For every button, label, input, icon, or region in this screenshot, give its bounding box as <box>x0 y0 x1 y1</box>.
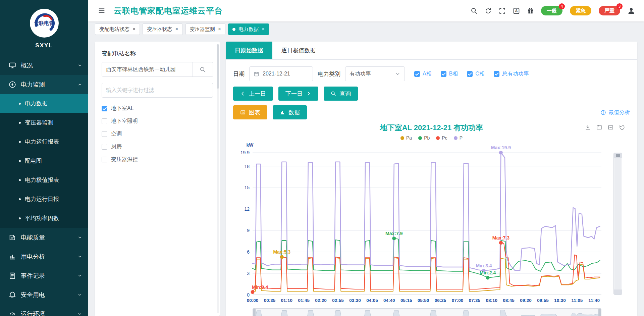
power-line-chart[interactable]: kW036912151819.900:0000:3501:1001:4502:2… <box>233 141 609 308</box>
checkbox[interactable] <box>494 71 499 77</box>
menu-toggle-icon[interactable] <box>98 7 106 14</box>
chart-legend: PaPbPcP <box>233 135 630 141</box>
vslider-handle-bottom[interactable] <box>614 289 622 295</box>
sidebar-subitem-power-extreme-report[interactable]: 电力极值报表 <box>0 170 88 190</box>
view-tab-label: 变压器监测 <box>190 26 215 33</box>
svg-text:15: 15 <box>244 185 250 190</box>
sidebar-item-environment[interactable]: 运行环境 <box>0 304 88 316</box>
svg-text:02:55: 02:55 <box>332 298 344 303</box>
station-name-input[interactable] <box>102 62 193 76</box>
checkbox[interactable] <box>102 106 107 111</box>
view-tab-3[interactable]: 电力数据× <box>228 23 269 35</box>
zoom-select-icon[interactable] <box>596 124 602 130</box>
monitor-icon <box>9 62 16 69</box>
data-panel-tab-0[interactable]: 日原始数据 <box>226 42 272 59</box>
checkbox[interactable] <box>102 144 107 150</box>
hslider-handle-right[interactable] <box>598 309 601 316</box>
tree-item[interactable]: 空调 <box>102 130 213 138</box>
data-panel-tab-1[interactable]: 逐日极值数据 <box>272 42 325 59</box>
legend-item-Pc[interactable]: Pc <box>436 135 447 141</box>
sidebar-subitem-distribution-diagram[interactable]: 配电图 <box>0 151 88 170</box>
view-mode-row: 图表 数据 最值分析 <box>233 105 630 119</box>
sidebar-subitem-transformer-monitor[interactable]: 变压器监测 <box>0 113 88 132</box>
sidebar-item-power-quality[interactable]: 电能质量 <box>0 228 88 247</box>
horizontal-zoom-slider[interactable] <box>253 308 601 316</box>
phase-checkbox[interactable]: 总有功功率 <box>494 70 529 77</box>
chart-view-button[interactable]: 图表 <box>233 105 267 119</box>
checkbox[interactable] <box>441 71 446 77</box>
alarm-label: 严重 <box>604 8 614 13</box>
sidebar-subitem-avg-power-factor[interactable]: 平均功率因数 <box>0 209 88 228</box>
next-day-button[interactable]: 下一日 <box>278 87 318 101</box>
query-button[interactable]: 查询 <box>324 87 358 101</box>
chevron-down-icon <box>77 312 82 316</box>
sidebar-subitem-power-daily-report[interactable]: 电力运行日报 <box>0 190 88 209</box>
vslider-thumb[interactable] <box>614 158 621 289</box>
legend-dot-icon <box>436 136 440 140</box>
user-icon[interactable] <box>627 7 635 15</box>
legend-item-Pa[interactable]: Pa <box>400 135 412 141</box>
tree-item-label: 厨房 <box>111 143 122 150</box>
close-icon[interactable]: × <box>132 27 136 32</box>
panel-scrollbar[interactable] <box>217 44 219 313</box>
bullet-icon <box>19 103 21 105</box>
legend-item-Pb[interactable]: Pb <box>418 135 430 141</box>
view-tab-1[interactable]: 变压器状态× <box>143 23 182 35</box>
sidebar-subitem-power-run-report[interactable]: 电力运行报表 <box>0 132 88 151</box>
refresh-icon[interactable] <box>485 7 492 14</box>
close-icon[interactable]: × <box>175 27 178 32</box>
station-search-group <box>102 62 213 77</box>
checkbox[interactable] <box>414 71 420 77</box>
sidebar-item-usage-analysis[interactable]: 用电分析 <box>0 247 88 266</box>
tree-filter-input[interactable] <box>102 83 213 98</box>
view-tab-2[interactable]: 变压器监测× <box>185 23 225 35</box>
gift-icon[interactable] <box>527 7 534 14</box>
sidebar-item-safe-power[interactable]: 安全用电 <box>0 285 88 304</box>
phase-checkbox[interactable]: C相 <box>467 70 485 77</box>
panel-scrollbar-thumb[interactable] <box>217 44 219 89</box>
prev-day-button[interactable]: 上一日 <box>233 87 273 101</box>
svg-text:11:05: 11:05 <box>571 298 583 303</box>
save-image-icon[interactable] <box>585 124 591 130</box>
power-category-select[interactable]: 有功功率 <box>345 66 405 81</box>
svg-text:06:25: 06:25 <box>435 298 446 303</box>
alarm-general-button[interactable]: 一般4 <box>541 6 562 15</box>
phase-checkbox[interactable]: B相 <box>441 70 458 77</box>
bullet-icon <box>19 198 21 200</box>
fullscreen-icon[interactable] <box>499 7 506 14</box>
alarm-urgent-button[interactable]: 紧急 <box>570 6 591 15</box>
tree-item[interactable]: 变压器温控 <box>102 156 213 163</box>
restore-icon[interactable] <box>619 124 625 130</box>
search-icon <box>200 66 206 73</box>
sidebar-item-power-monitor[interactable]: 电力监测 <box>0 75 88 94</box>
sidebar-item-event-log[interactable]: 事件记录 <box>0 266 88 285</box>
station-search-button[interactable] <box>193 62 213 76</box>
svg-text:Max:5.3: Max:5.3 <box>273 249 291 255</box>
tree-item[interactable]: 地下室照明 <box>102 118 213 125</box>
close-icon[interactable]: × <box>262 27 265 32</box>
active-dot-icon <box>232 28 235 31</box>
alarm-critical-button[interactable]: 严重3 <box>599 6 620 15</box>
search-icon[interactable] <box>471 7 478 14</box>
checkbox[interactable] <box>467 71 473 77</box>
vertical-zoom-slider[interactable] <box>613 153 622 295</box>
translate-icon[interactable]: A <box>513 7 520 14</box>
checkbox[interactable] <box>102 131 107 137</box>
view-tab-0[interactable]: 变配电站状态× <box>95 23 140 35</box>
date-picker[interactable]: 2021-12-21 <box>249 66 313 81</box>
hslider-handle-left[interactable] <box>253 309 256 316</box>
close-icon[interactable]: × <box>218 27 221 32</box>
zoom-revert-icon[interactable] <box>607 124 614 130</box>
tree-item[interactable]: 地下室AL <box>102 105 213 112</box>
data-view-button[interactable]: 数据 <box>273 105 307 119</box>
station-panel: 变配电站名称 地下室AL地下室照明空调厨房变压器温控 <box>95 42 220 316</box>
max-analysis-link[interactable]: 最值分析 <box>600 109 630 116</box>
phase-checkbox[interactable]: A相 <box>414 70 432 77</box>
sidebar-item-overview[interactable]: 概况 <box>0 56 88 75</box>
vslider-handle-top[interactable] <box>614 153 622 158</box>
legend-item-P[interactable]: P <box>454 135 463 141</box>
sidebar-subitem-power-data[interactable]: 电力数据 <box>0 94 88 113</box>
checkbox[interactable] <box>102 157 107 162</box>
checkbox[interactable] <box>102 118 107 124</box>
tree-item[interactable]: 厨房 <box>102 143 213 150</box>
